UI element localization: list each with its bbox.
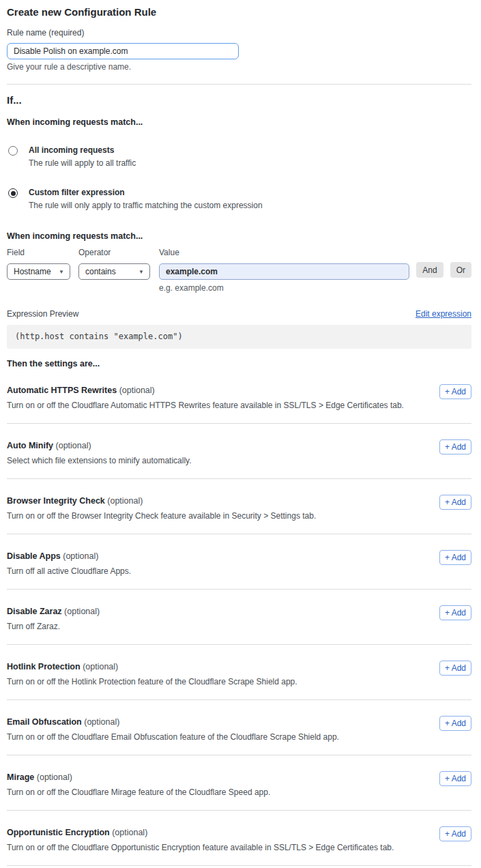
setting-title: Hotlink Protection (optional) [7,662,471,671]
rule-name-helper: Give your rule a descriptive name. [7,62,471,72]
and-button[interactable]: And [416,262,443,278]
add-button[interactable]: + Add [439,771,471,786]
setting-name: Automatic HTTPS Rewrites [7,386,117,395]
add-button[interactable]: + Add [439,716,471,731]
setting-title: Mirage (optional) [7,772,471,782]
add-button[interactable]: + Add [439,550,471,565]
setting-mirage: Mirage (optional) Turn on or off the Clo… [7,755,471,811]
optional-tag: (optional) [37,772,72,782]
value-helper: e.g. example.com [159,283,409,293]
or-button[interactable]: Or [450,262,471,278]
expression-preview-label: Expression Preview [7,309,78,319]
radio-desc: The rule will apply to all traffic [29,158,136,168]
radio-checked-icon[interactable] [8,188,18,198]
setting-desc: Turn on or off the Hotlink Protection fe… [7,677,416,686]
radio-desc: The rule will only apply to traffic matc… [29,201,263,210]
radio-label: All incoming requests [29,145,136,155]
edit-expression-link[interactable]: Edit expression [416,309,471,319]
setting-desc: Turn on or off the Cloudflare Mirage fea… [7,787,416,797]
add-button[interactable]: + Add [439,439,471,454]
setting-desc: Select which file extensions to minify a… [7,456,416,465]
setting-title: Automatic HTTPS Rewrites (optional) [7,386,471,395]
setting-desc: Turn off Zaraz. [7,622,416,631]
setting-title: Disable Apps (optional) [7,551,471,561]
add-button[interactable]: + Add [439,605,471,620]
setting-name: Disable Apps [7,551,61,561]
then-settings-heading: Then the settings are... [7,359,471,368]
setting-disable-apps: Disable Apps (optional) Turn off all act… [7,534,471,590]
rule-name-input[interactable] [7,43,239,59]
operator-label: Operator [78,248,150,257]
optional-tag: (optional) [56,441,91,450]
add-button[interactable]: + Add [439,384,471,399]
field-select[interactable]: Hostname ▼ [7,263,70,280]
setting-desc: Turn on or off the Cloudflare Email Obfu… [7,732,416,742]
setting-browser-integrity-check: Browser Integrity Check (optional) Turn … [7,479,471,534]
operator-select-value: contains [85,267,116,276]
operator-select[interactable]: contains ▼ [78,263,150,280]
setting-desc: Turn on or off the Cloudflare Opportunis… [7,843,416,852]
radio-custom-filter-expression[interactable]: Custom filter expression The rule will o… [7,188,471,210]
setting-desc: Turn on or off the Browser Integrity Che… [7,511,416,521]
radio-unchecked-icon[interactable] [8,146,18,156]
setting-name: Browser Integrity Check [7,496,105,506]
incoming-requests-heading: When incoming requests match... [7,117,471,127]
optional-tag: (optional) [83,662,118,671]
field-label: Field [7,248,70,257]
setting-name: Opportunistic Encryption [7,828,110,837]
setting-desc: Turn on or off the Cloudflare Automatic … [7,401,416,410]
value-input[interactable] [159,263,409,280]
setting-email-obfuscation: Email Obfuscation (optional) Turn on or … [7,700,471,755]
radio-label: Custom filter expression [29,188,263,197]
rule-name-label: Rule name (required) [7,28,471,38]
optional-tag: (optional) [64,607,100,616]
setting-desc: Turn off all active Cloudflare Apps. [7,566,416,576]
section-divider [7,84,471,85]
setting-title: Browser Integrity Check (optional) [7,496,471,506]
setting-name: Mirage [7,772,34,782]
setting-name: Disable Zaraz [7,607,62,616]
optional-tag: (optional) [84,717,119,727]
add-button[interactable]: + Add [439,826,471,841]
setting-opportunistic-encryption: Opportunistic Encryption (optional) Turn… [7,811,471,866]
setting-automatic-https-rewrites: Automatic HTTPS Rewrites (optional) Turn… [7,368,471,424]
setting-name: Email Obfuscation [7,717,82,727]
field-select-value: Hostname [14,267,51,276]
setting-auto-minify: Auto Minify (optional) Select which file… [7,424,471,479]
setting-title: Auto Minify (optional) [7,441,471,450]
setting-hotlink-protection: Hotlink Protection (optional) Turn on or… [7,645,471,700]
expression-builder-row: Field Hostname ▼ Operator contains ▼ Val… [7,248,471,293]
setting-title: Opportunistic Encryption (optional) [7,828,471,837]
add-button[interactable]: + Add [439,661,471,676]
setting-title: Email Obfuscation (optional) [7,717,471,727]
matcher-heading: When incoming requests match... [7,231,471,241]
optional-tag: (optional) [119,386,155,395]
optional-tag: (optional) [112,828,147,837]
setting-name: Auto Minify [7,441,53,450]
page-title: Create new Configuration Rule [7,6,471,18]
optional-tag: (optional) [107,496,143,506]
setting-disable-zaraz: Disable Zaraz (optional) Turn off Zaraz.… [7,590,471,645]
setting-name: Hotlink Protection [7,662,81,671]
expression-preview-code: (http.host contains "example.com") [7,325,471,349]
chevron-down-icon: ▼ [139,269,144,275]
chevron-down-icon: ▼ [59,269,64,275]
radio-all-incoming-requests[interactable]: All incoming requests The rule will appl… [7,145,471,168]
optional-tag: (optional) [63,551,98,561]
create-configuration-rule-page: Create new Configuration Rule Rule name … [0,0,481,868]
value-label: Value [159,248,409,257]
setting-title: Disable Zaraz (optional) [7,607,471,616]
if-heading: If... [7,94,471,106]
add-button[interactable]: + Add [439,495,471,510]
